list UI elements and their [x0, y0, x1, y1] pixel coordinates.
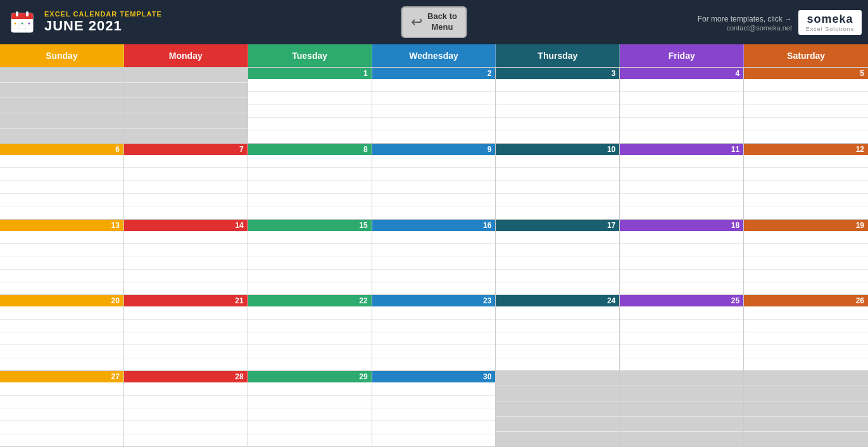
back-button-text: Back to Menu: [427, 11, 457, 33]
cell-line: [496, 105, 619, 118]
cell-line: [496, 168, 619, 180]
cell-line: [0, 68, 123, 83]
cell-date-bar: 16: [372, 220, 496, 231]
calendar-cell[interactable]: 22: [248, 295, 372, 371]
cell-line: [124, 434, 248, 446]
svg-rect-4: [11, 19, 33, 22]
cell-line: [744, 432, 868, 446]
calendar-cell[interactable]: 24: [496, 295, 620, 371]
cell-line: [620, 181, 743, 194]
cell-line: [248, 421, 372, 434]
calendar-cell[interactable]: 11: [620, 144, 744, 220]
cell-line: [248, 92, 372, 104]
cell-line: [0, 408, 123, 421]
calendar-cell[interactable]: 17: [496, 220, 620, 296]
calendar-cell[interactable]: [496, 371, 620, 447]
calendar-cell[interactable]: 27: [0, 371, 124, 447]
cell-line: [620, 270, 743, 282]
cell-line: [248, 206, 372, 218]
calendar-cell[interactable]: [124, 68, 248, 144]
cell-date-bar: 13: [0, 220, 123, 231]
svg-point-9: [15, 23, 16, 25]
cell-line: [496, 320, 619, 332]
cell-line: [372, 306, 496, 319]
someka-logo: someka Excel Solutions: [798, 10, 862, 35]
cell-line: [620, 244, 743, 256]
cell-line: [124, 155, 248, 168]
cell-line: [124, 270, 248, 282]
calendar-cell[interactable]: 18: [620, 220, 744, 296]
cell-date-bar: 25: [620, 295, 743, 306]
calendar-cell[interactable]: 26: [744, 295, 868, 371]
calendar-cell[interactable]: 16: [372, 220, 496, 296]
calendar-cell[interactable]: 3: [496, 68, 620, 144]
calendar-cell[interactable]: 4: [620, 68, 744, 144]
cell-line: [248, 231, 372, 244]
cell-line: [372, 320, 496, 332]
calendar-cell[interactable]: 8: [248, 144, 372, 220]
calendar-cell[interactable]: 1: [248, 68, 372, 144]
cell-line: [496, 270, 619, 282]
cell-line: [124, 98, 248, 113]
cell-line: [620, 417, 743, 432]
cell-line: [372, 408, 496, 421]
cell-line: [372, 79, 496, 92]
calendar-cell[interactable]: 6: [0, 144, 124, 220]
cell-line: [496, 386, 619, 401]
calendar-cell[interactable]: 28: [124, 371, 248, 447]
back-to-menu-button[interactable]: ↩ Back to Menu: [401, 6, 467, 38]
cell-line: [248, 130, 372, 142]
cell-line: [248, 408, 372, 421]
calendar-cell[interactable]: 29: [248, 371, 372, 447]
calendar-cell[interactable]: 5: [744, 68, 868, 144]
svg-point-10: [22, 23, 23, 25]
cell-date-bar: 14: [124, 220, 248, 231]
calendar-cell[interactable]: 19: [744, 220, 868, 296]
calendar-cell[interactable]: 25: [620, 295, 744, 371]
cell-line: [372, 181, 496, 194]
header-title-block: EXCEL CALENDAR TEMPLATE JUNE 2021: [44, 10, 162, 34]
calendar-cell[interactable]: [620, 371, 744, 447]
calendar-cell[interactable]: 30: [372, 371, 496, 447]
cell-line: [124, 168, 248, 180]
cell-line: [124, 282, 248, 294]
calendar-cell[interactable]: 23: [372, 295, 496, 371]
calendar-cell[interactable]: 14: [124, 220, 248, 296]
day-header-thursday: Thursday: [496, 44, 620, 67]
calendar-cell[interactable]: 9: [372, 144, 496, 220]
contact-email: contact@someka.net: [698, 24, 792, 32]
cell-line: [124, 332, 248, 345]
cell-line: [124, 113, 248, 129]
calendar-cell[interactable]: 12: [744, 144, 868, 220]
cell-date-bar: 21: [124, 295, 248, 306]
calendar-cell[interactable]: 15: [248, 220, 372, 296]
calendar-cell[interactable]: 7: [124, 144, 248, 220]
cell-line: [124, 396, 248, 408]
calendar-cell[interactable]: 2: [372, 68, 496, 144]
cell-line: [496, 432, 619, 446]
cell-date-bar: 23: [372, 295, 496, 306]
cell-line: [496, 244, 619, 256]
calendar-cell[interactable]: [744, 371, 868, 447]
cell-line: [744, 181, 868, 194]
cell-date-bar: 15: [248, 220, 372, 231]
cell-line: [496, 118, 619, 130]
cell-line: [744, 417, 868, 432]
calendar-cell[interactable]: 13: [0, 220, 124, 296]
calendar-cell[interactable]: 21: [124, 295, 248, 371]
cell-line: [620, 105, 743, 118]
calendar-cell[interactable]: [0, 68, 124, 144]
cell-line: [0, 256, 123, 269]
cell-line: [372, 282, 496, 294]
cell-line: [372, 105, 496, 118]
cell-line: [372, 168, 496, 180]
cell-line: [744, 118, 868, 130]
calendar-cell[interactable]: 10: [496, 144, 620, 220]
cell-line: [372, 421, 496, 434]
calendar-cell[interactable]: 20: [0, 295, 124, 371]
cell-line: [496, 332, 619, 345]
calendar-logo-icon: [6, 6, 38, 38]
cell-line: [0, 421, 123, 434]
template-label: EXCEL CALENDAR TEMPLATE: [44, 10, 162, 18]
cell-line: [496, 231, 619, 244]
